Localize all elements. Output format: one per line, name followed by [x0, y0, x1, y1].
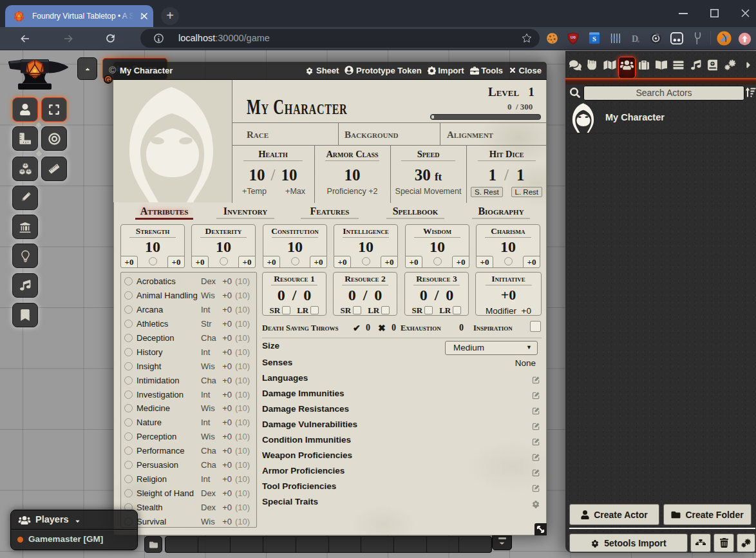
svg-text:U0: U0: [571, 35, 576, 39]
svg-text:S: S: [592, 35, 596, 43]
svg-text:D: D: [632, 34, 638, 44]
